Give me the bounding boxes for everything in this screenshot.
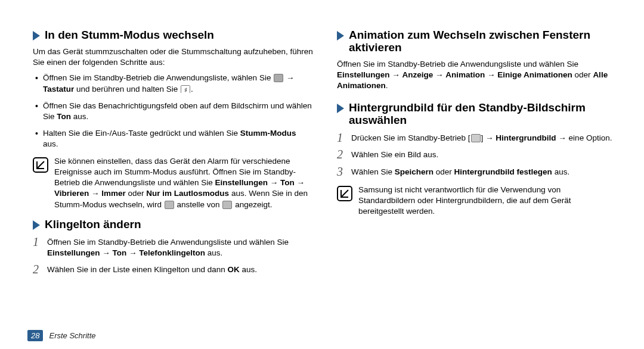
mute-icon xyxy=(222,201,232,209)
chevron-icon xyxy=(33,220,40,230)
chevron-icon xyxy=(337,104,344,113)
svg-marker-0 xyxy=(33,31,40,40)
list-item: Öffnen Sie das Benachrichtigungsfeld obe… xyxy=(35,101,313,122)
step-row: 3 Wählen Sie Speichern oder Hintergrundb… xyxy=(337,166,617,177)
step-row: 1 Drücken Sie im Standby-Betrieb [] → Hi… xyxy=(337,132,617,144)
list-item: Öffnen Sie im Standby-Betrieb die Anwend… xyxy=(35,73,313,94)
animation-text: Öffnen Sie im Standby-Betrieb die Anwend… xyxy=(337,59,617,92)
chevron-icon xyxy=(33,31,40,40)
menu-icon xyxy=(471,134,481,142)
mute-steps-list: Öffnen Sie im Standby-Betrieb die Anwend… xyxy=(35,73,313,149)
section-animation: Animation zum Wechseln zwischen Fenstern… xyxy=(337,29,617,54)
step-number: 1 xyxy=(33,236,42,258)
step-number: 2 xyxy=(33,263,42,275)
left-column: In den Stumm-Modus wechseln Um das Gerät… xyxy=(33,27,313,322)
phone-icon xyxy=(274,74,283,82)
breadcrumb: Erste Schritte xyxy=(49,331,95,340)
step-row: 1 Öffnen Sie im Standby-Betrieb die Anwe… xyxy=(33,236,313,258)
section-title: In den Stumm-Modus wechseln xyxy=(45,29,214,42)
step-row: 2 Wählen Sie ein Bild aus. xyxy=(337,148,617,160)
note-icon xyxy=(33,157,48,173)
section-mute-mode: In den Stumm-Modus wechseln xyxy=(33,29,313,42)
page-body: In den Stumm-Modus wechseln Um das Gerät… xyxy=(0,0,644,322)
vibrate-icon xyxy=(165,201,174,209)
hash-icon xyxy=(181,85,190,94)
step-number: 2 xyxy=(337,148,346,160)
page-number: 28 xyxy=(27,330,43,341)
svg-marker-1 xyxy=(33,220,40,230)
note-text: Sie können einstellen, dass das Gerät de… xyxy=(54,156,313,210)
chevron-icon xyxy=(337,31,344,40)
step-row: 2 Wählen Sie in der Liste einen Klingelt… xyxy=(33,263,313,275)
section-title: Animation zum Wechseln zwischen Fenstern… xyxy=(349,29,617,54)
section-ringtone: Klingelton ändern xyxy=(33,219,313,231)
step-number: 1 xyxy=(337,132,346,144)
section-title: Klingelton ändern xyxy=(45,219,141,231)
note-icon xyxy=(337,186,352,201)
note-text: Samsung ist nicht verantwortlich für die… xyxy=(358,185,617,217)
ringtone-steps: 1 Öffnen Sie im Standby-Betrieb die Anwe… xyxy=(33,236,313,276)
note-block: Samsung ist nicht verantwortlich für die… xyxy=(337,185,617,217)
section-title: Hintergrundbild für den Standby-Bildschi… xyxy=(349,102,617,127)
wallpaper-steps: 1 Drücken Sie im Standby-Betrieb [] → Hi… xyxy=(337,132,617,177)
right-column: Animation zum Wechseln zwischen Fenstern… xyxy=(337,27,617,322)
page-footer: 28 Erste Schritte xyxy=(0,322,644,349)
svg-marker-3 xyxy=(337,104,344,113)
step-number: 3 xyxy=(337,166,346,177)
section-wallpaper: Hintergrundbild für den Standby-Bildschi… xyxy=(337,102,617,127)
note-block: Sie können einstellen, dass das Gerät de… xyxy=(33,156,313,210)
list-item: Halten Sie die Ein-/Aus-Taste gedrückt u… xyxy=(35,128,313,149)
svg-marker-2 xyxy=(337,31,344,40)
intro-text: Um das Gerät stummzuschalten oder die St… xyxy=(33,46,313,68)
